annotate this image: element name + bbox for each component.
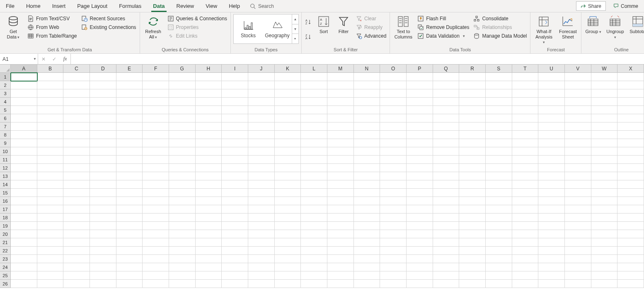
cell[interactable] <box>459 106 486 114</box>
cell[interactable] <box>248 280 275 288</box>
what-if-analysis-button[interactable]: What-If Analysis <box>533 14 554 46</box>
cell[interactable] <box>90 156 116 164</box>
cell[interactable] <box>301 106 327 114</box>
cell[interactable] <box>538 73 565 81</box>
cell[interactable] <box>380 122 407 131</box>
cell[interactable] <box>196 280 222 288</box>
tab-home[interactable]: Home <box>20 0 46 12</box>
cell[interactable] <box>63 164 90 172</box>
cell[interactable] <box>433 255 460 263</box>
cell[interactable] <box>90 230 116 238</box>
row-header[interactable]: 8 <box>0 131 11 139</box>
cell[interactable] <box>538 222 565 230</box>
cell[interactable] <box>11 280 37 288</box>
cell[interactable] <box>11 73 37 81</box>
cell[interactable] <box>433 164 460 172</box>
cell[interactable] <box>143 280 169 288</box>
cell[interactable] <box>248 106 275 114</box>
cell[interactable] <box>617 180 644 189</box>
queries-connections-button[interactable]: Queries & Connections <box>167 15 228 22</box>
cell[interactable] <box>63 156 90 164</box>
cell[interactable] <box>327 156 354 164</box>
cell[interactable] <box>248 73 275 81</box>
cell[interactable] <box>63 81 90 89</box>
name-box[interactable]: A1 ▼ <box>0 54 38 64</box>
cell[interactable] <box>169 114 196 122</box>
cell[interactable] <box>222 213 248 222</box>
cell[interactable] <box>538 213 565 222</box>
cell[interactable] <box>486 197 512 205</box>
column-header[interactable]: G <box>169 65 196 73</box>
cell[interactable] <box>11 114 37 122</box>
cell[interactable] <box>169 255 196 263</box>
cell[interactable] <box>512 247 539 255</box>
cell[interactable] <box>380 222 407 230</box>
cell[interactable] <box>196 213 222 222</box>
cell[interactable] <box>11 98 37 106</box>
cell[interactable] <box>617 122 644 131</box>
cell[interactable] <box>37 73 64 81</box>
cell[interactable] <box>116 106 143 114</box>
cell[interactable] <box>248 139 275 147</box>
cell[interactable] <box>90 73 116 81</box>
cell[interactable] <box>143 222 169 230</box>
cell[interactable] <box>169 164 196 172</box>
cell[interactable] <box>169 230 196 238</box>
cell[interactable] <box>37 222 64 230</box>
cell[interactable] <box>301 247 327 255</box>
cell[interactable] <box>63 147 90 156</box>
cell[interactable] <box>565 222 591 230</box>
relationships-button[interactable]: Relationships <box>472 24 528 31</box>
share-button[interactable]: Share <box>576 1 606 11</box>
cell[interactable] <box>143 172 169 180</box>
cell[interactable] <box>327 280 354 288</box>
cell[interactable] <box>354 238 380 247</box>
cell[interactable] <box>301 139 327 147</box>
cell[interactable] <box>591 280 618 288</box>
cell[interactable] <box>591 222 618 230</box>
cell[interactable] <box>196 238 222 247</box>
cell[interactable] <box>301 238 327 247</box>
cell[interactable] <box>459 280 486 288</box>
cell[interactable] <box>248 122 275 131</box>
cell[interactable] <box>222 172 248 180</box>
cell[interactable] <box>196 263 222 271</box>
cell[interactable] <box>512 238 539 247</box>
cell[interactable] <box>11 131 37 139</box>
cell[interactable] <box>222 98 248 106</box>
cell[interactable] <box>169 73 196 81</box>
cell[interactable] <box>196 122 222 131</box>
cell[interactable] <box>486 213 512 222</box>
filter-button[interactable]: Filter <box>335 14 352 35</box>
cell[interactable] <box>380 197 407 205</box>
cell[interactable] <box>617 213 644 222</box>
cell[interactable] <box>512 139 539 147</box>
cell[interactable] <box>486 271 512 280</box>
row-header[interactable]: 13 <box>0 172 11 180</box>
cell[interactable] <box>37 238 64 247</box>
refresh-all-button[interactable]: Refresh All <box>143 14 164 40</box>
cell[interactable] <box>275 172 301 180</box>
cell[interactable] <box>617 139 644 147</box>
cell[interactable] <box>380 263 407 271</box>
column-header[interactable]: U <box>538 65 565 73</box>
cell[interactable] <box>116 247 143 255</box>
cell[interactable] <box>248 263 275 271</box>
cell[interactable] <box>565 263 591 271</box>
row-header[interactable]: 17 <box>0 205 11 213</box>
cell[interactable] <box>459 205 486 213</box>
ungroup-button[interactable]: Ungroup <box>605 14 625 40</box>
cell[interactable] <box>196 172 222 180</box>
cell[interactable] <box>327 247 354 255</box>
enter-formula-button[interactable]: ✓ <box>49 54 60 64</box>
tab-formulas[interactable]: Formulas <box>113 0 147 12</box>
cell[interactable] <box>591 172 618 180</box>
cell[interactable] <box>591 213 618 222</box>
from-table-range-button[interactable]: From Table/Range <box>27 32 78 40</box>
cell[interactable] <box>565 122 591 131</box>
cell[interactable] <box>407 213 433 222</box>
cell[interactable] <box>301 213 327 222</box>
cell[interactable] <box>143 164 169 172</box>
cell[interactable] <box>354 213 380 222</box>
cell[interactable] <box>433 81 460 89</box>
